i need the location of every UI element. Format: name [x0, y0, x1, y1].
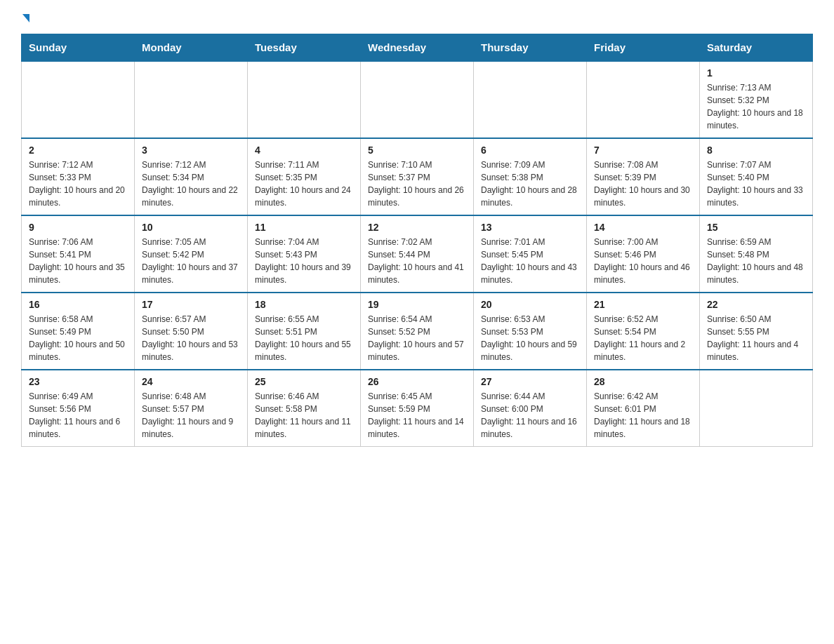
weekday-header-saturday: Saturday [700, 34, 813, 62]
day-number: 19 [368, 299, 466, 310]
calendar-day-cell: 22Sunrise: 6:50 AM Sunset: 5:55 PM Dayli… [700, 293, 813, 370]
day-info: Sunrise: 6:54 AM Sunset: 5:52 PM Dayligh… [368, 313, 466, 363]
calendar-day-cell: 14Sunrise: 7:00 AM Sunset: 5:46 PM Dayli… [587, 215, 700, 293]
page-header [21, 14, 813, 22]
day-info: Sunrise: 7:11 AM Sunset: 5:35 PM Dayligh… [255, 159, 353, 209]
day-info: Sunrise: 6:57 AM Sunset: 5:50 PM Dayligh… [142, 313, 240, 363]
day-info: Sunrise: 7:06 AM Sunset: 5:41 PM Dayligh… [29, 236, 127, 286]
day-info: Sunrise: 6:45 AM Sunset: 5:59 PM Dayligh… [368, 390, 466, 441]
logo [21, 14, 29, 22]
day-info: Sunrise: 6:48 AM Sunset: 5:57 PM Dayligh… [142, 390, 240, 441]
calendar-day-cell: 15Sunrise: 6:59 AM Sunset: 5:48 PM Dayli… [700, 215, 813, 293]
day-info: Sunrise: 6:52 AM Sunset: 5:54 PM Dayligh… [594, 313, 692, 363]
day-number: 13 [481, 222, 579, 233]
calendar-day-cell: 19Sunrise: 6:54 AM Sunset: 5:52 PM Dayli… [361, 293, 474, 370]
calendar-day-cell: 3Sunrise: 7:12 AM Sunset: 5:34 PM Daylig… [135, 138, 248, 215]
day-info: Sunrise: 7:12 AM Sunset: 5:33 PM Dayligh… [29, 159, 127, 209]
day-number: 24 [142, 376, 240, 387]
day-info: Sunrise: 7:07 AM Sunset: 5:40 PM Dayligh… [707, 159, 805, 209]
day-info: Sunrise: 6:49 AM Sunset: 5:56 PM Dayligh… [29, 390, 127, 441]
calendar-week-row: 2Sunrise: 7:12 AM Sunset: 5:33 PM Daylig… [22, 138, 813, 215]
weekday-header-tuesday: Tuesday [248, 34, 361, 62]
calendar-day-cell: 18Sunrise: 6:55 AM Sunset: 5:51 PM Dayli… [248, 293, 361, 370]
day-info: Sunrise: 7:13 AM Sunset: 5:32 PM Dayligh… [707, 81, 805, 132]
calendar-day-cell: 1Sunrise: 7:13 AM Sunset: 5:32 PM Daylig… [700, 61, 813, 138]
calendar-day-cell: 6Sunrise: 7:09 AM Sunset: 5:38 PM Daylig… [474, 138, 587, 215]
day-number: 12 [368, 222, 466, 233]
day-number: 2 [29, 145, 127, 156]
day-info: Sunrise: 6:46 AM Sunset: 5:58 PM Dayligh… [255, 390, 353, 441]
calendar-day-cell: 13Sunrise: 7:01 AM Sunset: 5:45 PM Dayli… [474, 215, 587, 293]
day-number: 28 [594, 376, 692, 387]
calendar-day-cell: 7Sunrise: 7:08 AM Sunset: 5:39 PM Daylig… [587, 138, 700, 215]
calendar-day-cell: 24Sunrise: 6:48 AM Sunset: 5:57 PM Dayli… [135, 370, 248, 447]
day-info: Sunrise: 6:53 AM Sunset: 5:53 PM Dayligh… [481, 313, 579, 363]
calendar-day-cell: 23Sunrise: 6:49 AM Sunset: 5:56 PM Dayli… [22, 370, 135, 447]
day-info: Sunrise: 7:09 AM Sunset: 5:38 PM Dayligh… [481, 159, 579, 209]
day-info: Sunrise: 7:05 AM Sunset: 5:42 PM Dayligh… [142, 236, 240, 286]
day-info: Sunrise: 6:55 AM Sunset: 5:51 PM Dayligh… [255, 313, 353, 363]
day-number: 6 [481, 145, 579, 156]
day-number: 1 [707, 67, 805, 79]
day-info: Sunrise: 7:02 AM Sunset: 5:44 PM Dayligh… [368, 236, 466, 286]
day-number: 5 [368, 145, 466, 156]
calendar-day-cell: 25Sunrise: 6:46 AM Sunset: 5:58 PM Dayli… [248, 370, 361, 447]
day-info: Sunrise: 6:59 AM Sunset: 5:48 PM Dayligh… [707, 236, 805, 286]
day-number: 17 [142, 299, 240, 310]
weekday-header-monday: Monday [135, 34, 248, 62]
calendar-day-cell: 12Sunrise: 7:02 AM Sunset: 5:44 PM Dayli… [361, 215, 474, 293]
calendar-day-cell: 28Sunrise: 6:42 AM Sunset: 6:01 PM Dayli… [587, 370, 700, 447]
calendar-week-row: 1Sunrise: 7:13 AM Sunset: 5:32 PM Daylig… [22, 61, 813, 138]
weekday-header-friday: Friday [587, 34, 700, 62]
day-number: 8 [707, 145, 805, 156]
day-number: 21 [594, 299, 692, 310]
calendar-day-cell: 20Sunrise: 6:53 AM Sunset: 5:53 PM Dayli… [474, 293, 587, 370]
day-number: 26 [368, 376, 466, 387]
calendar-week-row: 16Sunrise: 6:58 AM Sunset: 5:49 PM Dayli… [22, 293, 813, 370]
calendar-day-cell: 27Sunrise: 6:44 AM Sunset: 6:00 PM Dayli… [474, 370, 587, 447]
calendar-day-cell: 21Sunrise: 6:52 AM Sunset: 5:54 PM Dayli… [587, 293, 700, 370]
day-info: Sunrise: 6:42 AM Sunset: 6:01 PM Dayligh… [594, 390, 692, 441]
calendar-day-cell: 11Sunrise: 7:04 AM Sunset: 5:43 PM Dayli… [248, 215, 361, 293]
calendar-table: SundayMondayTuesdayWednesdayThursdayFrid… [21, 34, 813, 447]
day-info: Sunrise: 7:00 AM Sunset: 5:46 PM Dayligh… [594, 236, 692, 286]
calendar-day-cell [361, 61, 474, 138]
day-info: Sunrise: 7:10 AM Sunset: 5:37 PM Dayligh… [368, 159, 466, 209]
weekday-header-thursday: Thursday [474, 34, 587, 62]
day-info: Sunrise: 6:44 AM Sunset: 6:00 PM Dayligh… [481, 390, 579, 441]
calendar-day-cell [135, 61, 248, 138]
calendar-day-cell: 10Sunrise: 7:05 AM Sunset: 5:42 PM Dayli… [135, 215, 248, 293]
day-number: 14 [594, 222, 692, 233]
weekday-header-sunday: Sunday [22, 34, 135, 62]
calendar-day-cell [700, 370, 813, 447]
day-number: 10 [142, 222, 240, 233]
calendar-day-cell: 8Sunrise: 7:07 AM Sunset: 5:40 PM Daylig… [700, 138, 813, 215]
calendar-header-row: SundayMondayTuesdayWednesdayThursdayFrid… [22, 34, 813, 62]
day-number: 3 [142, 145, 240, 156]
day-number: 20 [481, 299, 579, 310]
day-number: 11 [255, 222, 353, 233]
day-number: 25 [255, 376, 353, 387]
calendar-day-cell [474, 61, 587, 138]
calendar-day-cell: 2Sunrise: 7:12 AM Sunset: 5:33 PM Daylig… [22, 138, 135, 215]
weekday-header-wednesday: Wednesday [361, 34, 474, 62]
day-number: 23 [29, 376, 127, 387]
logo-triangle-icon [22, 14, 29, 22]
day-number: 4 [255, 145, 353, 156]
calendar-day-cell: 5Sunrise: 7:10 AM Sunset: 5:37 PM Daylig… [361, 138, 474, 215]
day-info: Sunrise: 7:12 AM Sunset: 5:34 PM Dayligh… [142, 159, 240, 209]
day-number: 9 [29, 222, 127, 233]
day-number: 15 [707, 222, 805, 233]
calendar-week-row: 9Sunrise: 7:06 AM Sunset: 5:41 PM Daylig… [22, 215, 813, 293]
day-info: Sunrise: 6:58 AM Sunset: 5:49 PM Dayligh… [29, 313, 127, 363]
calendar-day-cell: 16Sunrise: 6:58 AM Sunset: 5:49 PM Dayli… [22, 293, 135, 370]
calendar-day-cell: 26Sunrise: 6:45 AM Sunset: 5:59 PM Dayli… [361, 370, 474, 447]
day-number: 22 [707, 299, 805, 310]
day-info: Sunrise: 7:08 AM Sunset: 5:39 PM Dayligh… [594, 159, 692, 209]
calendar-day-cell [248, 61, 361, 138]
calendar-day-cell [587, 61, 700, 138]
calendar-day-cell: 9Sunrise: 7:06 AM Sunset: 5:41 PM Daylig… [22, 215, 135, 293]
day-number: 18 [255, 299, 353, 310]
calendar-day-cell: 17Sunrise: 6:57 AM Sunset: 5:50 PM Dayli… [135, 293, 248, 370]
calendar-day-cell: 4Sunrise: 7:11 AM Sunset: 5:35 PM Daylig… [248, 138, 361, 215]
